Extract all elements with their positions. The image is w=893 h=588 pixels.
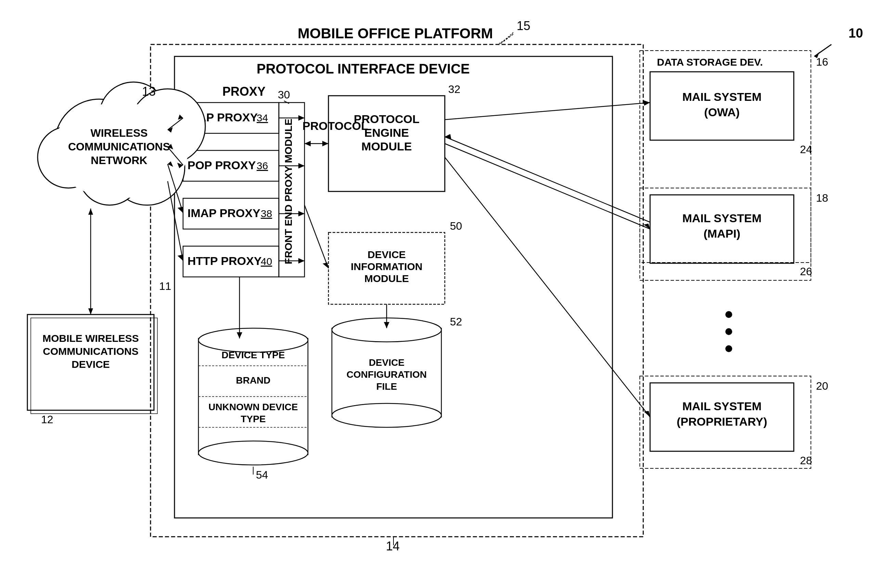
diagram: 10 15 MOBILE OFFICE PLATFORM 14 PROTOCOL… — [0, 0, 893, 588]
ref-30: 30 — [278, 88, 290, 101]
mwcd-line3: DEVICE — [72, 358, 110, 370]
db-brand: BRAND — [236, 375, 270, 386]
prop-line1: MAIL SYSTEM — [682, 400, 762, 412]
ref-36: 36 — [257, 160, 268, 171]
svg-point-17 — [332, 404, 441, 428]
db-device-type: DEVICE TYPE — [221, 350, 285, 360]
pop-proxy-label: POP PROXY — [188, 159, 256, 172]
ref-14: 14 — [386, 539, 400, 553]
ref-40: 40 — [261, 256, 272, 267]
dcf-line1: DEVICE — [369, 357, 404, 368]
pem-line1: PROTOCOL — [354, 112, 419, 126]
svg-point-39 — [725, 328, 732, 335]
dcf-line2: CONFIGURATION — [347, 369, 427, 380]
ref-11: 11 — [159, 280, 171, 292]
wcn-line1: WIRELESS — [90, 127, 147, 139]
protocol-interface-device-label: PROTOCOL INTERFACE DEVICE — [257, 61, 470, 76]
svg-point-38 — [725, 311, 732, 318]
ref-26: 26 — [800, 265, 812, 278]
ref-15: 15 — [517, 19, 530, 33]
ref-24: 24 — [800, 143, 812, 156]
dcf-line3: FILE — [376, 381, 397, 392]
ref-10: 10 — [848, 26, 863, 40]
imap-proxy-label: IMAP PROXY — [188, 207, 260, 219]
wcn-line2: COMMUNICATIONS — [68, 141, 170, 153]
wcn-line3: NETWORK — [91, 154, 147, 166]
ref-20: 20 — [816, 380, 828, 392]
owa-line2: (OWA) — [704, 106, 740, 118]
ref-52: 52 — [450, 315, 462, 328]
ref-18: 18 — [816, 192, 828, 204]
ref-38: 38 — [261, 208, 272, 219]
mapi-line1: MAIL SYSTEM — [682, 212, 762, 225]
ref-12: 12 — [41, 413, 53, 426]
db-unknown2: TYPE — [241, 414, 266, 424]
ref-28: 28 — [800, 454, 812, 466]
dim-line3: MODULE — [364, 273, 409, 284]
svg-point-19 — [198, 328, 308, 352]
pem-line3: MODULE — [361, 140, 412, 153]
mobile-office-platform-label: MOBILE OFFICE PLATFORM — [298, 25, 493, 41]
db-unknown1: UNKNOWN DEVICE — [208, 402, 298, 412]
mwcd-line1: MOBILE WIRELESS — [42, 333, 139, 344]
dim-line2: INFORMATION — [351, 261, 422, 272]
front-end-proxy-module-label: FRONT END PROXY MODULE — [283, 118, 294, 264]
ref-16: 16 — [816, 56, 828, 68]
ref-54: 54 — [256, 469, 268, 481]
svg-point-20 — [198, 441, 308, 465]
ref-32: 32 — [448, 83, 460, 95]
pem-line2: ENGINE — [364, 126, 409, 139]
prop-line2: (PROPRIETARY) — [677, 415, 767, 428]
data-storage-label: DATA STORAGE DEV. — [657, 56, 763, 68]
svg-point-40 — [725, 345, 732, 352]
ref-34: 34 — [257, 112, 268, 123]
mapi-line2: (MAPI) — [704, 227, 740, 240]
http-proxy-label: HTTP PROXY — [188, 254, 262, 267]
ref-13: 13 — [142, 84, 156, 99]
proxy-label: PROXY — [222, 84, 266, 99]
ref-50: 50 — [450, 220, 462, 232]
dim-line1: DEVICE — [367, 249, 406, 260]
owa-line1: MAIL SYSTEM — [682, 90, 762, 103]
mwcd-line2: COMMUNICATIONS — [43, 346, 138, 357]
